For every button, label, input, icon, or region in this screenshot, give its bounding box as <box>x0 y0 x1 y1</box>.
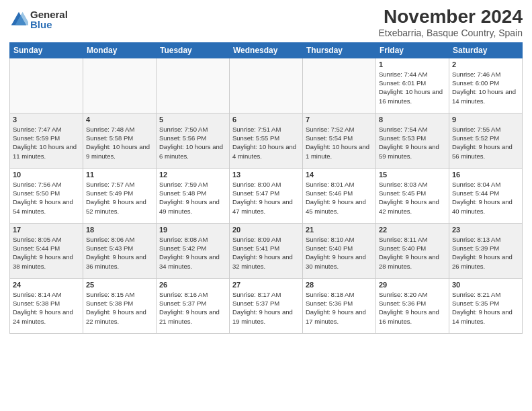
day-number: 16 <box>452 171 519 179</box>
calendar-day: 29Sunrise: 8:20 AMSunset: 5:36 PMDayligh… <box>376 278 449 333</box>
day-info: Sunrise: 8:05 AMSunset: 5:44 PMDaylight:… <box>13 235 80 271</box>
calendar-week-3: 10Sunrise: 7:56 AMSunset: 5:50 PMDayligh… <box>10 168 523 223</box>
calendar-day: 3Sunrise: 7:47 AMSunset: 5:59 PMDaylight… <box>10 113 83 168</box>
day-number: 26 <box>159 281 226 289</box>
day-info: Sunrise: 8:09 AMSunset: 5:41 PMDaylight:… <box>232 235 300 271</box>
day-info: Sunrise: 8:10 AMSunset: 5:40 PMDaylight:… <box>306 235 373 271</box>
month-title: November 2024 <box>378 7 523 28</box>
calendar-header-saturday: Saturday <box>449 42 523 58</box>
day-info: Sunrise: 7:44 AMSunset: 6:01 PMDaylight:… <box>379 70 446 105</box>
day-info: Sunrise: 7:51 AMSunset: 5:55 PMDaylight:… <box>232 125 300 161</box>
day-number: 22 <box>379 226 446 234</box>
calendar-day: 7Sunrise: 7:52 AMSunset: 5:54 PMDaylight… <box>303 113 376 168</box>
calendar-day <box>303 58 376 113</box>
calendar-day: 11Sunrise: 7:57 AMSunset: 5:49 PMDayligh… <box>83 168 157 223</box>
calendar-day: 4Sunrise: 7:48 AMSunset: 5:58 PMDaylight… <box>83 113 157 168</box>
day-info: Sunrise: 7:57 AMSunset: 5:49 PMDaylight:… <box>86 180 153 216</box>
calendar-day: 13Sunrise: 8:00 AMSunset: 5:47 PMDayligh… <box>230 168 303 223</box>
day-info: Sunrise: 8:00 AMSunset: 5:47 PMDaylight:… <box>232 180 300 216</box>
day-number: 3 <box>13 116 80 124</box>
day-number: 4 <box>86 116 153 124</box>
calendar-day: 26Sunrise: 8:16 AMSunset: 5:37 PMDayligh… <box>157 278 230 333</box>
day-number: 12 <box>159 171 226 179</box>
title-block: November 2024 Etxebarria, Basque Country… <box>378 7 523 38</box>
day-number: 9 <box>452 116 519 124</box>
day-info: Sunrise: 8:21 AMSunset: 5:35 PMDaylight:… <box>452 290 519 326</box>
calendar-day: 14Sunrise: 8:01 AMSunset: 5:46 PMDayligh… <box>303 168 376 223</box>
calendar-day <box>10 58 83 113</box>
calendar-day: 1Sunrise: 7:44 AMSunset: 6:01 PMDaylight… <box>376 58 449 113</box>
day-info: Sunrise: 7:52 AMSunset: 5:54 PMDaylight:… <box>306 125 373 161</box>
day-number: 21 <box>306 226 373 234</box>
calendar-header-sunday: Sunday <box>10 42 83 58</box>
calendar-day <box>157 58 230 113</box>
calendar-day: 28Sunrise: 8:18 AMSunset: 5:36 PMDayligh… <box>303 278 376 333</box>
calendar-day: 8Sunrise: 7:54 AMSunset: 5:53 PMDaylight… <box>376 113 449 168</box>
day-info: Sunrise: 7:54 AMSunset: 5:53 PMDaylight:… <box>379 125 446 161</box>
day-number: 2 <box>452 60 519 68</box>
day-number: 10 <box>13 171 80 179</box>
calendar-day: 5Sunrise: 7:50 AMSunset: 5:56 PMDaylight… <box>157 113 230 168</box>
day-info: Sunrise: 7:48 AMSunset: 5:58 PMDaylight:… <box>86 125 153 161</box>
day-info: Sunrise: 7:59 AMSunset: 5:48 PMDaylight:… <box>159 180 226 216</box>
logo: General Blue <box>9 9 68 30</box>
calendar-day: 27Sunrise: 8:17 AMSunset: 5:37 PMDayligh… <box>230 278 303 333</box>
header: General Blue November 2024 Etxebarria, B… <box>9 7 523 38</box>
day-info: Sunrise: 8:11 AMSunset: 5:40 PMDaylight:… <box>379 235 446 271</box>
calendar-day: 2Sunrise: 7:46 AMSunset: 6:00 PMDaylight… <box>449 58 523 113</box>
logo-icon <box>9 10 28 29</box>
calendar-day: 30Sunrise: 8:21 AMSunset: 5:35 PMDayligh… <box>449 278 523 333</box>
calendar-day: 15Sunrise: 8:03 AMSunset: 5:45 PMDayligh… <box>376 168 449 223</box>
day-number: 7 <box>306 116 373 124</box>
location: Etxebarria, Basque Country, Spain <box>378 28 523 38</box>
day-number: 19 <box>159 226 226 234</box>
day-info: Sunrise: 8:16 AMSunset: 5:37 PMDaylight:… <box>159 290 226 326</box>
day-number: 13 <box>232 171 300 179</box>
calendar-day: 10Sunrise: 7:56 AMSunset: 5:50 PMDayligh… <box>10 168 83 223</box>
day-number: 24 <box>13 281 80 289</box>
day-info: Sunrise: 8:14 AMSunset: 5:38 PMDaylight:… <box>13 290 80 326</box>
calendar-header-tuesday: Tuesday <box>157 42 230 58</box>
day-info: Sunrise: 7:50 AMSunset: 5:56 PMDaylight:… <box>159 125 226 161</box>
day-info: Sunrise: 7:47 AMSunset: 5:59 PMDaylight:… <box>13 125 80 161</box>
calendar-day <box>83 58 157 113</box>
calendar-day: 22Sunrise: 8:11 AMSunset: 5:40 PMDayligh… <box>376 223 449 278</box>
day-info: Sunrise: 8:06 AMSunset: 5:43 PMDaylight:… <box>86 235 153 271</box>
calendar-week-5: 24Sunrise: 8:14 AMSunset: 5:38 PMDayligh… <box>10 278 523 333</box>
day-info: Sunrise: 7:56 AMSunset: 5:50 PMDaylight:… <box>13 180 80 216</box>
calendar-header-row: SundayMondayTuesdayWednesdayThursdayFrid… <box>10 42 523 58</box>
calendar-day: 23Sunrise: 8:13 AMSunset: 5:39 PMDayligh… <box>449 223 523 278</box>
day-number: 17 <box>13 226 80 234</box>
calendar-week-2: 3Sunrise: 7:47 AMSunset: 5:59 PMDaylight… <box>10 113 523 168</box>
day-number: 20 <box>232 226 300 234</box>
day-info: Sunrise: 8:08 AMSunset: 5:42 PMDaylight:… <box>159 235 226 271</box>
day-number: 25 <box>86 281 153 289</box>
day-info: Sunrise: 8:15 AMSunset: 5:38 PMDaylight:… <box>86 290 153 326</box>
day-number: 1 <box>379 60 446 68</box>
day-info: Sunrise: 8:20 AMSunset: 5:36 PMDaylight:… <box>379 290 446 326</box>
logo-text: General Blue <box>30 9 68 30</box>
day-number: 15 <box>379 171 446 179</box>
logo-general: General <box>30 9 68 19</box>
day-number: 30 <box>452 281 519 289</box>
calendar-day: 6Sunrise: 7:51 AMSunset: 5:55 PMDaylight… <box>230 113 303 168</box>
calendar-header-friday: Friday <box>376 42 449 58</box>
calendar-day: 25Sunrise: 8:15 AMSunset: 5:38 PMDayligh… <box>83 278 157 333</box>
calendar: SundayMondayTuesdayWednesdayThursdayFrid… <box>9 42 523 334</box>
day-number: 11 <box>86 171 153 179</box>
day-number: 6 <box>232 116 300 124</box>
day-info: Sunrise: 8:18 AMSunset: 5:36 PMDaylight:… <box>306 290 373 326</box>
calendar-day: 19Sunrise: 8:08 AMSunset: 5:42 PMDayligh… <box>157 223 230 278</box>
calendar-day: 18Sunrise: 8:06 AMSunset: 5:43 PMDayligh… <box>83 223 157 278</box>
calendar-day: 24Sunrise: 8:14 AMSunset: 5:38 PMDayligh… <box>10 278 83 333</box>
day-number: 5 <box>159 116 226 124</box>
logo-blue: Blue <box>30 19 68 30</box>
calendar-day: 16Sunrise: 8:04 AMSunset: 5:44 PMDayligh… <box>449 168 523 223</box>
day-number: 18 <box>86 226 153 234</box>
calendar-header-thursday: Thursday <box>303 42 376 58</box>
day-number: 29 <box>379 281 446 289</box>
calendar-week-1: 1Sunrise: 7:44 AMSunset: 6:01 PMDaylight… <box>10 58 523 113</box>
day-info: Sunrise: 7:55 AMSunset: 5:52 PMDaylight:… <box>452 125 519 161</box>
day-number: 14 <box>306 171 373 179</box>
day-info: Sunrise: 8:04 AMSunset: 5:44 PMDaylight:… <box>452 180 519 216</box>
